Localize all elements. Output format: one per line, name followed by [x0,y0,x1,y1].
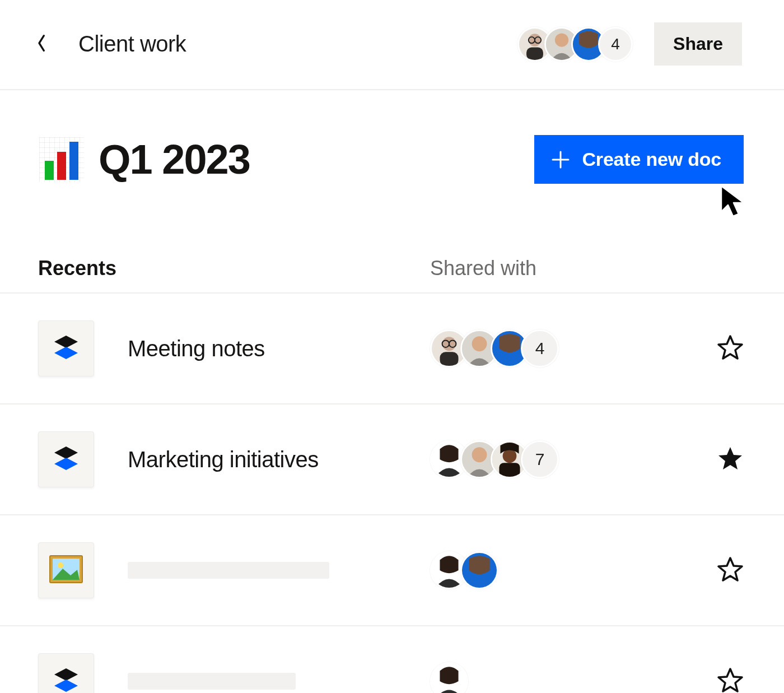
star-toggle[interactable] [717,446,744,473]
shared-with[interactable] [430,551,498,589]
doc-title [128,562,430,579]
doc-thumbnail [38,542,94,598]
paper-doc-icon [51,332,81,365]
title-placeholder [128,673,296,690]
column-headers: Recents Shared with [0,189,784,292]
plus-icon [551,150,570,169]
star-toggle[interactable] [717,668,744,693]
avatar-overflow-count: 4 [521,329,559,368]
col-header-recents: Recents [38,257,430,280]
shared-with[interactable] [430,662,468,693]
create-new-doc-button[interactable]: Create new doc [534,135,744,184]
svg-rect-26 [499,463,520,477]
title-placeholder [128,562,329,579]
star-toggle[interactable] [717,557,744,584]
paper-doc-icon [51,443,81,476]
col-header-shared: Shared with [430,257,536,280]
doc-title: Marketing initiatives [128,447,430,472]
back-button[interactable] [34,36,50,53]
topbar-right: 4 Share [517,22,742,66]
folder-header: Q1 2023 Create new doc [0,90,784,189]
list-item[interactable]: Marketing initiatives 7 [0,404,784,515]
doc-title: Meeting notes [128,336,430,361]
cursor-icon [718,184,748,220]
bar-chart-icon [39,137,84,182]
star-outline-icon [717,556,744,585]
breadcrumb[interactable]: Client work [78,31,186,57]
avatar [430,662,468,693]
star-outline-icon [717,334,744,363]
doc-thumbnail [38,320,94,376]
star-toggle[interactable] [717,335,744,362]
share-button[interactable]: Share [654,22,742,66]
topbar-left: Client work [34,31,186,57]
star-filled-icon [717,445,744,474]
svg-point-6 [555,33,568,46]
paper-doc-icon [51,665,81,693]
create-new-doc-label: Create new doc [582,148,722,170]
list-item[interactable] [0,626,784,693]
svg-rect-13 [440,352,458,366]
avatar [460,551,498,589]
picture-icon [49,555,83,585]
doc-thumbnail [38,653,94,693]
list-item[interactable]: Meeting notes 4 [0,294,784,404]
avatar-overflow-count: 4 [598,27,633,62]
recents-list: Meeting notes 4 Marketing initiatives [0,292,784,693]
avatar-overflow-count: 7 [521,440,559,478]
svg-rect-2 [526,47,543,59]
doc-title [128,673,430,690]
doc-thumbnail [38,431,94,487]
list-item[interactable] [0,515,784,626]
collaborator-avatars[interactable]: 4 [517,27,633,62]
svg-point-23 [472,447,487,462]
folder-title-group: Q1 2023 [39,136,250,183]
shared-with[interactable]: 4 [430,329,559,368]
create-doc-wrap: Create new doc [534,135,744,184]
svg-point-17 [472,336,487,351]
chevron-left-icon [36,34,48,55]
svg-point-29 [58,562,63,568]
topbar: Client work 4 Share [0,0,784,90]
folder-title: Q1 2023 [99,136,250,183]
star-outline-icon [717,667,744,693]
shared-with[interactable]: 7 [430,440,559,478]
